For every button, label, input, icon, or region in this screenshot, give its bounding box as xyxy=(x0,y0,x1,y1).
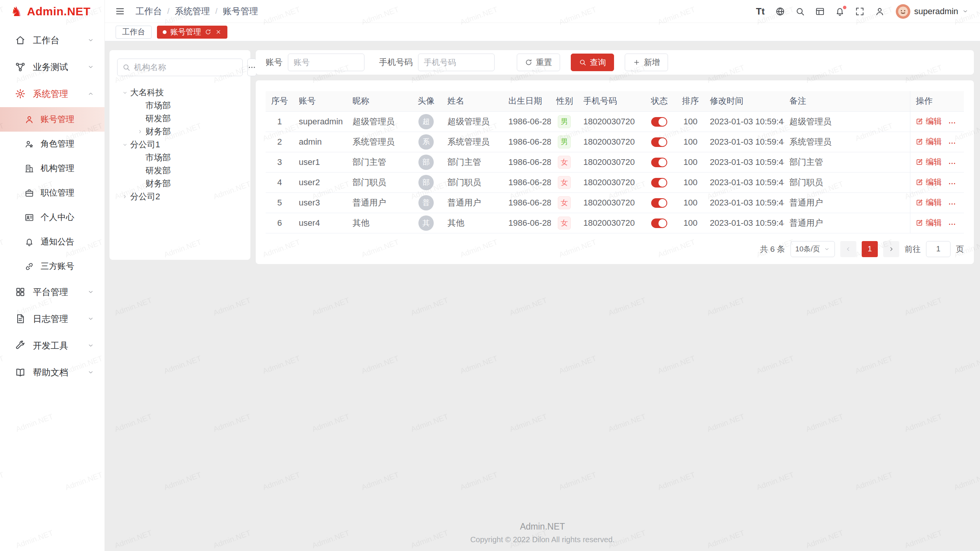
sidebar-subitem-personal-center[interactable]: 个人中心 xyxy=(0,205,105,230)
status-toggle[interactable] xyxy=(651,218,667,228)
home-icon xyxy=(15,34,26,46)
sidebar-item-help-docs[interactable]: 帮助文档 xyxy=(0,359,105,386)
status-toggle[interactable] xyxy=(651,158,667,167)
menu-collapse-icon[interactable] xyxy=(114,6,126,17)
refresh-icon[interactable] xyxy=(205,29,211,35)
query-bar: 账号 手机号码 重置 查询 xyxy=(256,50,974,75)
org-name-input[interactable] xyxy=(134,63,238,72)
avatar: 超 xyxy=(418,114,434,129)
sidebar-subitem-org-management[interactable]: 机构管理 xyxy=(0,156,105,181)
row-more-button[interactable] xyxy=(948,200,956,208)
doc-icon xyxy=(15,367,26,378)
cell-order: 100 xyxy=(676,111,705,132)
tree-node[interactable]: 分公司1 xyxy=(117,138,243,151)
search-button[interactable]: 查询 xyxy=(571,54,614,71)
cell-name: 普通用户 xyxy=(442,192,503,213)
status-toggle[interactable] xyxy=(651,198,667,208)
sidebar-subitem-notice[interactable]: 通知公告 xyxy=(0,230,105,254)
tree-caret-icon[interactable] xyxy=(119,90,130,96)
app-logo[interactable]: ♞ Admin.NET xyxy=(0,0,105,23)
sidebar-item-workbench[interactable]: 工作台 xyxy=(0,27,105,54)
breadcrumb-item-system-management[interactable]: 系统管理 xyxy=(175,5,210,17)
edit-button[interactable]: 编辑 xyxy=(916,197,942,208)
account-input[interactable] xyxy=(288,54,364,71)
column-header: 手机号码 xyxy=(578,91,642,111)
search-icon[interactable] xyxy=(794,5,806,18)
sidebar-subitem-position-management[interactable]: 职位管理 xyxy=(0,181,105,205)
search-button-label: 查询 xyxy=(590,57,606,68)
role-icon xyxy=(24,139,34,149)
account-label: 账号 xyxy=(266,57,283,68)
tree-node[interactable]: 财务部 xyxy=(117,125,243,138)
tree-node[interactable]: 分公司2 xyxy=(117,190,243,203)
tree-node[interactable]: 大名科技 xyxy=(117,86,243,99)
row-more-button[interactable] xyxy=(948,179,956,188)
row-more-button[interactable] xyxy=(948,159,956,168)
sidebar-item-business-test[interactable]: 业务测试 xyxy=(0,54,105,80)
sidebar-subitem-role-management[interactable]: 角色管理 xyxy=(0,132,105,156)
active-tab-dot xyxy=(163,30,167,34)
breadcrumb-item-workbench[interactable]: 工作台 xyxy=(136,5,162,17)
sidebar-item-dev-tools[interactable]: 开发工具 xyxy=(0,332,105,359)
tree-node[interactable]: 研发部 xyxy=(117,164,243,177)
cell-remark: 系统管理员 xyxy=(784,132,910,152)
next-page-button[interactable] xyxy=(883,241,899,257)
tree-node[interactable]: 市场部 xyxy=(117,151,243,164)
close-icon[interactable] xyxy=(215,29,222,35)
notification-icon[interactable] xyxy=(834,5,846,18)
column-header: 昵称 xyxy=(347,91,410,111)
gender-badge: 男 xyxy=(558,115,571,128)
row-more-button[interactable] xyxy=(948,139,956,147)
row-more-button[interactable] xyxy=(948,119,956,127)
cell-index: 3 xyxy=(266,152,294,172)
page-1-button[interactable]: 1 xyxy=(862,241,878,257)
cell-modified-time: 2023-01-03 10:59:44 xyxy=(704,132,784,152)
sidebar-subitem-account-management[interactable]: 账号管理 xyxy=(0,107,105,132)
sidebar-subitem-label: 职位管理 xyxy=(41,187,105,199)
row-more-button[interactable] xyxy=(948,220,956,228)
add-button[interactable]: 新增 xyxy=(625,54,668,71)
edit-button[interactable]: 编辑 xyxy=(916,156,942,167)
tab-label: 工作台 xyxy=(122,27,145,37)
edit-button[interactable]: 编辑 xyxy=(916,116,942,127)
cell-nickname: 部门职员 xyxy=(347,172,410,192)
cell-status xyxy=(642,192,676,213)
user-menu[interactable]: superadmin xyxy=(896,4,969,19)
goto-page-input[interactable] xyxy=(926,241,951,257)
edit-button[interactable]: 编辑 xyxy=(916,136,942,147)
tab-workbench[interactable]: 工作台 xyxy=(116,26,152,39)
cell-modified-time: 2023-01-03 10:59:44 xyxy=(704,172,784,192)
more-options-button[interactable] xyxy=(247,59,256,76)
user-icon[interactable] xyxy=(874,5,886,18)
tree-caret-icon[interactable] xyxy=(137,126,143,137)
tree-caret-icon[interactable] xyxy=(122,191,128,202)
fullscreen-icon[interactable] xyxy=(854,5,866,18)
reset-button[interactable]: 重置 xyxy=(517,54,560,71)
sidebar-item-log-management[interactable]: 日志管理 xyxy=(0,305,105,332)
sidebar-subitem-third-party-account[interactable]: 三方账号 xyxy=(0,254,105,279)
status-toggle[interactable] xyxy=(651,137,667,147)
cell-avatar: 普 xyxy=(410,192,442,213)
tree-node[interactable]: 研发部 xyxy=(117,112,243,125)
font-size-icon[interactable]: Tt xyxy=(754,5,766,18)
prev-page-button[interactable] xyxy=(840,241,856,257)
cell-index: 4 xyxy=(266,172,294,192)
page-size-select[interactable]: 10条/页 xyxy=(791,241,835,257)
edit-button[interactable]: 编辑 xyxy=(916,177,942,187)
sidebar-item-system-management[interactable]: 系统管理 xyxy=(0,80,105,107)
phone-input[interactable] xyxy=(418,54,495,71)
status-toggle[interactable] xyxy=(651,178,667,187)
sidebar-item-platform-management[interactable]: 平台管理 xyxy=(0,279,105,305)
language-icon[interactable] xyxy=(774,5,786,18)
status-toggle[interactable] xyxy=(651,117,667,127)
cell-index: 6 xyxy=(266,213,294,233)
tree-node[interactable]: 市场部 xyxy=(117,99,243,112)
tab-account-management[interactable]: 账号管理 xyxy=(157,26,227,39)
tree-caret-icon[interactable] xyxy=(119,142,130,148)
edit-button[interactable]: 编辑 xyxy=(916,217,942,228)
goto-label: 前往 xyxy=(905,244,921,254)
cell-name: 部门主管 xyxy=(442,152,503,172)
theme-icon[interactable] xyxy=(814,5,826,18)
cell-account: superadmin xyxy=(294,111,347,132)
tree-node[interactable]: 财务部 xyxy=(117,177,243,190)
